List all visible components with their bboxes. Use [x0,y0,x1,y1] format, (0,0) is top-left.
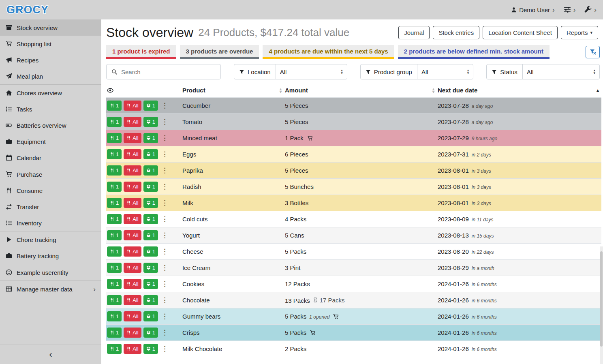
consume-one-button[interactable]: 1 [107,198,122,208]
consume-one-button[interactable]: 1 [107,117,122,127]
consume-all-button[interactable]: All [124,101,141,111]
open-one-button[interactable]: 1 [143,263,158,273]
expired-filter-chip[interactable]: 1 product is expired [106,45,176,59]
consume-one-button[interactable]: 1 [107,263,122,273]
journal-button[interactable]: Journal [398,26,430,39]
consume-all-button[interactable]: All [124,214,141,224]
product-group-select[interactable]: All ▴▾ [417,64,473,79]
open-one-button[interactable]: 1 [143,230,158,240]
sidebar-item-stock-overview[interactable]: Stock overview [0,19,101,36]
consume-one-button[interactable]: 1 [107,311,122,321]
sidebar-item-shopping-list[interactable]: Shopping list [0,36,101,52]
row-menu-button[interactable]: ⋮ [160,313,169,320]
visibility-toggle[interactable] [107,87,179,94]
consume-all-button[interactable]: All [124,230,141,240]
sidebar-item-recipes[interactable]: Recipes [0,52,101,68]
row-menu-button[interactable]: ⋮ [160,264,169,271]
consume-one-button[interactable]: 1 [107,279,122,289]
status-select[interactable]: All ▴▾ [522,64,599,79]
consume-all-button[interactable]: All [124,133,141,143]
consume-one-button[interactable]: 1 [107,182,122,192]
open-one-button[interactable]: 1 [143,101,158,111]
open-one-button[interactable]: 1 [143,117,158,127]
sidebar-item-inventory[interactable]: Inventory [0,215,101,231]
sidebar-item-tasks[interactable]: Tasks [0,101,101,117]
sidebar-item-manage-master-data[interactable]: Manage master data › [0,281,101,297]
row-menu-button[interactable]: ⋮ [160,183,169,190]
clear-filters-button[interactable] [586,46,600,58]
sidebar-item-calendar[interactable]: Calendar [0,150,101,166]
column-header-next-due-date[interactable]: Next due date▴ [438,87,599,94]
consume-one-button[interactable]: 1 [107,133,122,143]
sidebar-collapse-button[interactable]: ‹ [0,345,101,364]
consume-all-button[interactable]: All [124,279,141,289]
consume-all-button[interactable]: All [124,311,141,321]
admin-menu[interactable]: › [584,6,597,13]
row-menu-button[interactable]: ⋮ [160,232,169,239]
sidebar-item-batteries-overview[interactable]: Batteries overview [0,117,101,133]
consume-all-button[interactable]: All [124,328,141,338]
open-one-button[interactable]: 1 [143,246,158,257]
row-menu-button[interactable]: ⋮ [160,118,169,125]
column-header-product[interactable]: Product▴▾ [182,87,282,94]
row-menu-button[interactable]: ⋮ [160,329,169,336]
reports-button[interactable]: Reports▾ [561,26,598,39]
consume-one-button[interactable]: 1 [107,214,122,224]
sidebar-item-transfer[interactable]: Transfer [0,199,101,215]
overdue-filter-chip[interactable]: 3 products are overdue [180,45,259,59]
consume-all-button[interactable]: All [124,117,141,127]
sidebar-item-chores-overview[interactable]: Chores overview [0,85,101,101]
consume-all-button[interactable]: All [124,295,141,305]
below-min-stock-filter-chip[interactable]: 2 products are below defined min. stock … [398,45,550,59]
open-one-button[interactable]: 1 [143,182,158,192]
row-menu-button[interactable]: ⋮ [160,199,169,206]
sidebar-item-purchase[interactable]: Purchase [0,166,101,182]
column-header-amount[interactable]: Amount▴▾ [285,87,434,94]
consume-one-button[interactable]: 1 [107,230,122,240]
consume-all-button[interactable]: All [124,182,141,192]
open-one-button[interactable]: 1 [143,198,158,208]
open-one-button[interactable]: 1 [143,214,158,224]
consume-all-button[interactable]: All [124,149,141,159]
row-menu-button[interactable]: ⋮ [160,135,169,141]
row-menu-button[interactable]: ⋮ [160,216,169,223]
open-one-button[interactable]: 1 [143,344,158,354]
open-one-button[interactable]: 1 [143,133,158,143]
consume-all-button[interactable]: All [124,344,141,354]
open-one-button[interactable]: 1 [143,311,158,321]
row-menu-button[interactable]: ⋮ [160,167,169,174]
open-one-button[interactable]: 1 [143,328,158,338]
location-select[interactable]: All ▴▾ [276,64,347,79]
sidebar-item-meal-plan[interactable]: Meal plan [0,68,101,84]
open-one-button[interactable]: 1 [143,149,158,159]
open-one-button[interactable]: 1 [143,165,158,176]
sidebar-item-battery-tracking[interactable]: Battery tracking [0,248,101,264]
sidebar-item-consume[interactable]: Consume [0,182,101,199]
consume-one-button[interactable]: 1 [107,165,122,176]
consume-one-button[interactable]: 1 [107,295,122,305]
scrollbar-track[interactable] [600,246,603,364]
user-menu[interactable]: Demo User › [511,6,555,13]
consume-one-button[interactable]: 1 [107,101,122,111]
row-menu-button[interactable]: ⋮ [160,151,169,158]
row-menu-button[interactable]: ⋮ [160,280,169,287]
scrollbar-thumb[interactable] [600,251,603,347]
sidebar-item-chore-tracking[interactable]: Chore tracking [0,231,101,248]
stock-entries-button[interactable]: Stock entries [433,26,479,39]
app-logo[interactable]: GROCY [6,4,49,16]
search-input[interactable] [121,69,220,75]
row-menu-button[interactable]: ⋮ [160,248,169,255]
row-menu-button[interactable]: ⋮ [160,102,169,109]
consume-all-button[interactable]: All [124,246,141,257]
row-menu-button[interactable]: ⋮ [160,345,169,352]
consume-one-button[interactable]: 1 [107,328,122,338]
consume-one-button[interactable]: 1 [107,344,122,354]
consume-all-button[interactable]: All [124,198,141,208]
consume-one-button[interactable]: 1 [107,149,122,159]
row-menu-button[interactable]: ⋮ [160,297,169,304]
consume-all-button[interactable]: All [124,263,141,273]
sidebar-item-equipment[interactable]: Equipment [0,133,101,150]
consume-one-button[interactable]: 1 [107,246,122,257]
open-one-button[interactable]: 1 [143,295,158,305]
location-content-sheet-button[interactable]: Location Content Sheet [483,26,558,39]
